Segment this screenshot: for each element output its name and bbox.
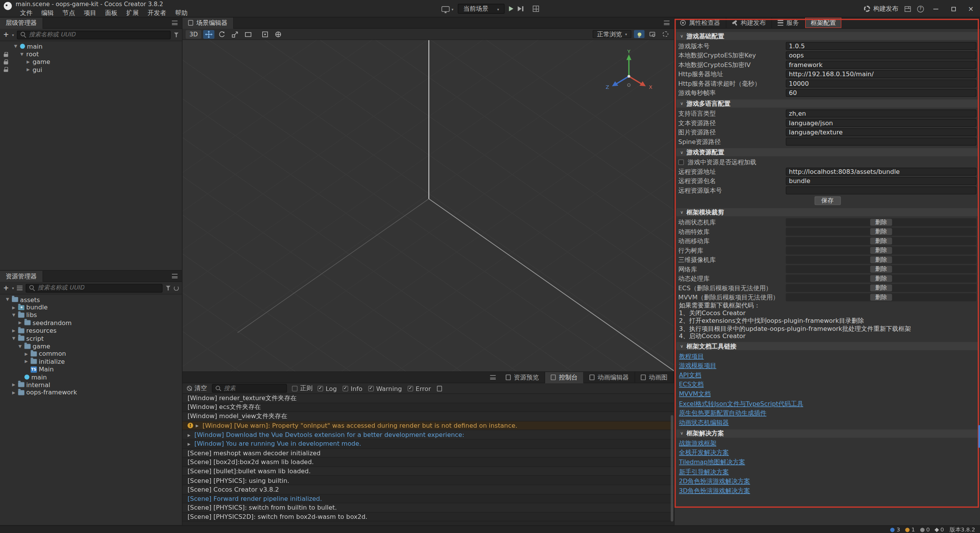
section-header-language[interactable]: 游戏多语言配置 bbox=[676, 100, 978, 108]
doc-link[interactable]: 动画状态机编辑器 bbox=[679, 418, 729, 427]
expand-chevron-icon[interactable] bbox=[24, 352, 29, 356]
assets-search-input[interactable]: 搜索名称或 UUID bbox=[26, 284, 162, 293]
tab-scene-editor[interactable]: 场景编辑器 bbox=[183, 17, 234, 28]
preview-target-button[interactable]: ▾ bbox=[441, 6, 453, 12]
console-line[interactable]: [Scene] Forward render pipeline initiali… bbox=[183, 494, 674, 504]
asset-node-row[interactable]: resources bbox=[0, 327, 182, 334]
menu-item[interactable]: 节点 bbox=[58, 8, 80, 17]
build-publish-button[interactable]: 构建发布 bbox=[864, 4, 898, 13]
delete-button[interactable]: 删除 bbox=[870, 237, 892, 245]
package-icon[interactable] bbox=[905, 6, 911, 12]
status-count[interactable]: 3 bbox=[890, 526, 900, 533]
hierarchy-node-row[interactable]: main bbox=[0, 43, 182, 50]
coordinate-tool-button[interactable] bbox=[273, 30, 284, 39]
inspector-tab[interactable]: 构建发布 bbox=[727, 18, 772, 28]
collapse-chevron-icon[interactable] bbox=[680, 210, 683, 215]
asset-node-row[interactable]: script bbox=[0, 335, 182, 342]
menu-item[interactable]: 项目 bbox=[79, 8, 101, 17]
console-tab[interactable]: 资源预览 bbox=[500, 372, 545, 383]
text-input[interactable]: framework bbox=[786, 61, 977, 69]
panel-menu-icon[interactable] bbox=[490, 375, 496, 379]
delete-button[interactable]: 删除 bbox=[870, 275, 892, 282]
solution-link[interactable]: 2D角色扮演游戏解决方案 bbox=[679, 477, 750, 486]
filter-icon[interactable] bbox=[166, 285, 171, 290]
create-asset-button[interactable]: + bbox=[3, 284, 9, 291]
expand-chevron-icon[interactable] bbox=[196, 423, 200, 428]
console-line[interactable]: [Window] model_view文件夹存在 bbox=[183, 412, 674, 421]
asset-node-row[interactable]: libs bbox=[0, 311, 182, 319]
delete-button[interactable]: 删除 bbox=[870, 294, 892, 301]
menu-item[interactable]: 文件 bbox=[16, 8, 37, 17]
text-input[interactable]: bundle bbox=[786, 177, 977, 185]
solution-link[interactable]: 全栈开发解决方案 bbox=[679, 448, 729, 457]
save-button[interactable]: 保存 bbox=[814, 196, 841, 205]
checkbox-icon[interactable] bbox=[368, 386, 374, 391]
expand-chevron-icon[interactable] bbox=[188, 441, 192, 446]
solution-link[interactable]: 战旗游戏框架 bbox=[679, 439, 716, 448]
inspector-tab[interactable]: 框架配置 bbox=[805, 18, 842, 28]
expand-chevron-icon[interactable] bbox=[11, 383, 16, 387]
filter-icon[interactable] bbox=[174, 32, 179, 37]
hierarchy-node-row[interactable]: gui bbox=[0, 66, 182, 74]
regex-toggle[interactable]: 正则 bbox=[292, 384, 313, 393]
console-filter-toggle[interactable]: Error bbox=[408, 385, 431, 392]
asset-node-row[interactable]: game bbox=[0, 342, 182, 350]
text-input[interactable]: zh,en bbox=[786, 110, 977, 117]
tab-hierarchy[interactable]: 层级管理器 bbox=[0, 17, 43, 28]
menu-item[interactable]: 开发者 bbox=[143, 8, 171, 17]
menu-item[interactable]: 面板 bbox=[101, 8, 122, 17]
play-button[interactable] bbox=[509, 6, 513, 11]
section-header-docs[interactable]: 框架文档工具链接 bbox=[676, 342, 978, 350]
section-header-resources[interactable]: 游戏资源配置 bbox=[676, 148, 978, 156]
console-search-input[interactable]: 搜索 bbox=[212, 384, 287, 393]
console-line[interactable]: [Scene] [PHYSICS]: switch from builtin t… bbox=[183, 504, 674, 513]
expand-chevron-icon[interactable] bbox=[26, 67, 31, 72]
text-input[interactable] bbox=[786, 186, 977, 194]
delete-button[interactable]: 删除 bbox=[870, 228, 892, 235]
expand-chevron-icon[interactable] bbox=[11, 336, 16, 341]
build-task-count[interactable]: 0 bbox=[936, 526, 944, 533]
scale-tool-button[interactable] bbox=[230, 30, 241, 39]
console-tab[interactable]: 动画编辑器 bbox=[584, 372, 635, 383]
text-input[interactable]: http://192.168.0.150/main/ bbox=[786, 70, 977, 78]
console-line[interactable]: [Window] render_texture文件夹存在 bbox=[183, 394, 674, 403]
remote-load-checkbox[interactable] bbox=[678, 159, 684, 165]
scene-select-dropdown[interactable]: 当前场景 ▾ bbox=[458, 4, 505, 14]
console-line[interactable]: [Scene] [bullet]:bullet wasm lib loaded. bbox=[183, 467, 674, 476]
layout-icon[interactable] bbox=[532, 6, 539, 12]
asset-node-row[interactable]: internal bbox=[0, 381, 182, 389]
hierarchy-node-row[interactable]: root bbox=[0, 50, 182, 58]
checkbox-icon[interactable] bbox=[343, 386, 348, 391]
console-line[interactable]: [Scene] meshopt wasm decoder initialized bbox=[183, 449, 674, 458]
panel-menu-icon[interactable] bbox=[172, 274, 178, 278]
solution-link[interactable]: Tiledmap地图解决方案 bbox=[679, 458, 745, 467]
expand-chevron-icon[interactable] bbox=[188, 433, 192, 437]
create-node-button[interactable]: + bbox=[3, 31, 9, 38]
menu-item[interactable]: 帮助 bbox=[171, 8, 192, 17]
menu-item[interactable]: 扩展 bbox=[122, 8, 143, 17]
collapse-chevron-icon[interactable] bbox=[680, 101, 683, 106]
doc-link[interactable]: 原生包热更新配置自动生成插件 bbox=[679, 409, 766, 418]
expand-chevron-icon[interactable] bbox=[18, 320, 23, 325]
expand-chevron-icon[interactable] bbox=[11, 312, 16, 317]
step-button[interactable] bbox=[518, 6, 523, 11]
asset-node-row[interactable]: oops-framework bbox=[0, 389, 182, 396]
asset-node-row[interactable]: main bbox=[0, 373, 182, 381]
delete-button[interactable]: 删除 bbox=[870, 266, 892, 273]
hierarchy-search-input[interactable]: 搜索名称或 UUID bbox=[17, 30, 170, 39]
close-button[interactable]: × bbox=[965, 0, 976, 18]
text-input[interactable]: 60 bbox=[786, 89, 977, 96]
rect-tool-button[interactable] bbox=[243, 30, 254, 39]
doc-link[interactable]: ECS文档 bbox=[679, 380, 704, 389]
refresh-icon[interactable] bbox=[174, 285, 179, 290]
text-input[interactable]: http://localhost:8083/assets/bundle bbox=[786, 168, 977, 175]
text-input[interactable] bbox=[786, 138, 977, 146]
text-input[interactable]: 1.0.5 bbox=[786, 42, 977, 50]
console-tab[interactable]: 动画图 bbox=[635, 372, 674, 383]
section-header-basic[interactable]: 游戏基础配置 bbox=[676, 32, 978, 40]
collapse-chevron-icon[interactable] bbox=[680, 343, 683, 348]
clear-console-button[interactable]: 清空 bbox=[187, 384, 207, 393]
console-line[interactable]: [Window] Download the Vue Devtools exten… bbox=[183, 430, 674, 440]
console-line[interactable]: [Scene] [PHYSICS2D]: switch from box2d-w… bbox=[183, 513, 674, 522]
console-line[interactable]: [Window] [Vue warn]: Property "onInput" … bbox=[183, 421, 674, 430]
